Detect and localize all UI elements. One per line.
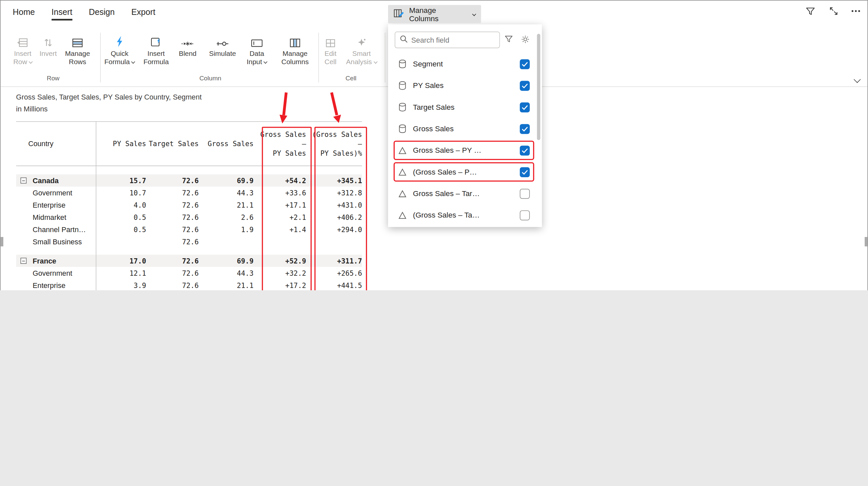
invert-button[interactable]: Invert [37, 32, 59, 58]
field-checkbox[interactable] [520, 210, 530, 220]
column-header-gross-sales[interactable]: Gross Sales [199, 139, 253, 148]
cell-gross-minus-py: +17.1 [253, 201, 306, 209]
cell-target-sales: 72.6 [146, 269, 199, 277]
cell-gross-sales: 44.3 [199, 269, 253, 277]
tab-home[interactable]: Home [13, 7, 35, 21]
field-item[interactable]: Segment [388, 53, 542, 75]
cell-gross-minus-py-pct: +294.0 [306, 225, 362, 234]
more-options-icon[interactable] [850, 5, 862, 17]
row-label: Enterprise [33, 201, 65, 209]
field-checkbox[interactable] [520, 146, 530, 155]
field-item[interactable]: Target Sales [388, 96, 542, 118]
tab-design[interactable]: Design [89, 7, 115, 21]
quick-formula-lightning-icon [115, 32, 124, 48]
table-column-divider [96, 121, 96, 290]
row-label: Small Business [33, 237, 82, 246]
cell-gross-sales: 21.1 [199, 281, 253, 289]
column-header-py-sales[interactable]: PY Sales [96, 139, 146, 148]
cell-target-sales: 72.6 [146, 188, 199, 197]
cell-target-sales: 72.6 [146, 201, 199, 209]
field-checkbox[interactable] [520, 102, 530, 112]
field-checkbox[interactable] [520, 188, 530, 199]
field-checkbox[interactable] [520, 167, 530, 177]
table-row[interactable]: Midmarket 0.5 72.6 2.6 +2.1 +406.2 [16, 211, 362, 223]
column-header-gross-minus-py[interactable]: Gross Sales – PY Sales [253, 130, 306, 158]
column-header-gross-minus-py-pct[interactable]: (Gross Sales – PY Sales)% [306, 130, 362, 158]
data-table: Country PY Sales Target Sales Gross Sale… [16, 121, 362, 290]
chevron-down-icon [29, 60, 33, 64]
formula-triangle-icon [397, 168, 408, 177]
chevron-down-icon [472, 12, 476, 16]
field-checkbox[interactable] [520, 124, 530, 133]
search-input[interactable] [411, 36, 495, 44]
cell-gross-minus-py-pct: +441.5 [306, 281, 362, 289]
edit-cell-button[interactable]: Edit Cell [321, 32, 340, 66]
row-label-cell: Enterprise [16, 281, 96, 289]
cell-gross-minus-py: +2.1 [253, 213, 306, 221]
field-label: Gross Sales – Tar… [413, 189, 479, 198]
table-row[interactable]: Enterprise 3.9 72.6 21.1 +17.2 +441.5 [16, 279, 362, 290]
quick-formula-button[interactable]: Quick Formula [103, 32, 135, 66]
collapse-minus-icon[interactable] [21, 178, 26, 183]
blend-button[interactable]: Blend [176, 32, 200, 58]
filter-icon[interactable] [804, 5, 816, 17]
field-checkbox[interactable] [520, 81, 530, 91]
column-header-target-sales[interactable]: Target Sales [146, 139, 199, 148]
manage-rows-button[interactable]: Manage Rows [61, 32, 94, 66]
cell-target-sales: 72.6 [146, 176, 199, 184]
table-row[interactable]: Government 10.7 72.6 44.3 +33.6 +312.8 [16, 186, 362, 199]
manage-columns-button[interactable]: Manage Columns [276, 32, 314, 66]
row-label: Government [33, 188, 72, 197]
table-row[interactable]: Small Business 72.6 [16, 235, 362, 248]
insert-row-icon [17, 32, 28, 48]
resize-handle-right[interactable] [865, 237, 867, 246]
cell-gross-minus-py: +32.2 [253, 269, 306, 277]
formula-triangle-icon [397, 189, 408, 198]
cell-py-sales: 0.5 [96, 225, 146, 234]
resize-handle-left[interactable] [1, 237, 3, 246]
edit-cell-icon [326, 32, 336, 48]
row-label-cell: Enterprise [16, 201, 96, 209]
smart-analysis-button[interactable]: Smart Analysis [344, 32, 379, 66]
chevron-down-icon [373, 60, 377, 64]
table-row[interactable]: Enterprise 4.0 72.6 21.1 +17.1 +431.0 [16, 199, 362, 211]
field-item[interactable]: (Gross Sales – Ta… [388, 204, 542, 226]
column-header-country[interactable]: Country [16, 139, 96, 148]
simulate-button[interactable]: Simulate [204, 32, 241, 58]
focus-mode-icon[interactable] [828, 5, 840, 17]
chevron-down-icon [131, 60, 135, 64]
field-label: (Gross Sales – Ta… [413, 211, 479, 219]
table-row[interactable]: Canada 15.7 72.6 69.9 +54.2 +345.1 [16, 175, 362, 187]
field-label: Target Sales [413, 103, 455, 112]
table-row[interactable]: France 17.0 72.6 69.9 +52.9 +311.7 [16, 254, 362, 267]
collapse-ribbon-chevron-icon[interactable] [854, 76, 861, 83]
insert-row-button[interactable]: Insert Row [8, 32, 37, 66]
tab-export[interactable]: Export [131, 7, 155, 21]
cell-py-sales: 17.0 [96, 256, 146, 265]
field-item[interactable]: (Gross Sales – P… [388, 161, 542, 182]
field-item[interactable]: Gross Sales – Tar… [388, 183, 542, 204]
manage-columns-dropdown-button[interactable]: Manage Columns [388, 5, 481, 23]
cell-py-sales: 10.7 [96, 188, 146, 197]
field-label: Gross Sales [413, 125, 454, 133]
cell-py-sales: 15.7 [96, 176, 146, 184]
gear-icon[interactable] [521, 35, 530, 46]
field-label: (Gross Sales – P… [413, 168, 477, 176]
insert-formula-button[interactable]: Insert Formula [139, 32, 173, 66]
popup-scrollbar[interactable] [537, 34, 540, 140]
field-item[interactable]: PY Sales [388, 75, 542, 96]
table-row[interactable]: Channel Partn… 0.5 72.6 1.9 +1.4 +294.0 [16, 223, 362, 235]
field-item[interactable]: Gross Sales – PY … [388, 140, 542, 161]
collapse-minus-icon[interactable] [21, 258, 26, 264]
field-checkbox[interactable] [520, 59, 530, 69]
field-item[interactable]: Gross Sales [388, 118, 542, 140]
cell-py-sales: 3.9 [96, 281, 146, 289]
filter-icon[interactable] [504, 35, 513, 45]
tab-insert[interactable]: Insert [52, 7, 72, 21]
data-input-button[interactable]: Data Input [242, 32, 272, 66]
table-body: Canada 15.7 72.6 69.9 +54.2 +345.1 Gover… [16, 166, 362, 290]
table-row[interactable]: Government 12.1 72.6 44.3 +32.2 +265.6 [16, 267, 362, 279]
cell-gross-minus-py: +1.4 [253, 225, 306, 234]
cell-gross-minus-py-pct: +265.6 [306, 269, 362, 277]
manage-columns-pen-icon [394, 8, 405, 20]
